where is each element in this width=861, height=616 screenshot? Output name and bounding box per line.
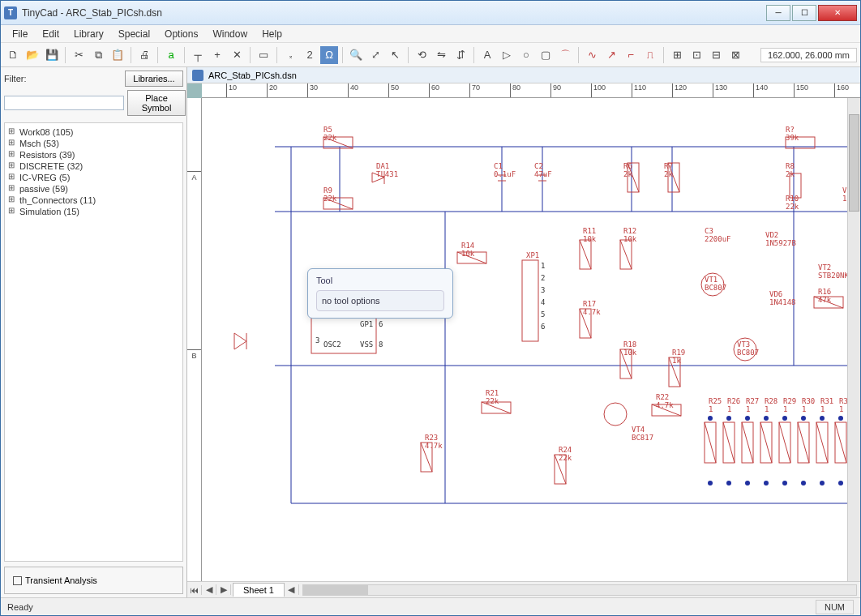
mirror-icon[interactable]: ⇋ [432,46,450,64]
omega-icon[interactable]: Ω [320,46,338,64]
open-icon[interactable]: 📂 [24,46,41,64]
component-label[interactable]: VT1BC807 [705,276,726,293]
component-label[interactable]: R261 [727,398,740,414]
component-label[interactable]: R1022k [786,195,799,212]
menu-special[interactable]: Special [112,27,156,41]
place-symbol-button[interactable]: Place Symbol [127,90,186,116]
component-label[interactable]: R281 [765,398,777,414]
menu-options[interactable]: Options [158,27,204,41]
component-label[interactable]: R301 [802,398,815,414]
tree-item[interactable]: Simulation (15) [8,206,179,217]
pointer-icon[interactable]: ↖ [386,46,404,64]
tree-item[interactable]: Msch (53) [8,138,179,149]
component-label[interactable]: R72k [664,163,673,179]
menu-file[interactable]: File [6,27,34,41]
component-label[interactable]: R82k [786,163,795,179]
component-label[interactable]: R2422k [559,447,572,463]
horizontal-scrollbar[interactable] [302,584,857,596]
menu-help[interactable]: Help [255,27,289,41]
component-label[interactable]: R251 [709,398,722,414]
grid1-icon[interactable]: ⊞ [668,46,686,64]
component-label[interactable]: VD61N4148 [769,291,796,307]
tree-item[interactable]: DISCRETE (32) [8,160,179,172]
tool2-icon[interactable]: 2 [301,46,319,64]
grid2-icon[interactable]: ⊡ [688,46,705,64]
sheet-nav-prev[interactable]: ◀ [202,584,216,595]
component-label[interactable]: R2122k [486,390,499,406]
component-label[interactable]: DA1TL431 [376,163,398,179]
sheet-nav-next[interactable]: ▶ [216,584,231,595]
copy-icon[interactable]: ⧉ [89,46,107,64]
menu-edit[interactable]: Edit [36,27,66,41]
component-label[interactable]: C247uF [534,163,552,179]
arc-icon[interactable]: ⌒ [556,46,574,64]
text-icon[interactable]: A [478,46,496,64]
component-label[interactable]: R291 [783,398,796,414]
component-label[interactable]: R?39k [786,126,799,143]
component-label[interactable]: R1410k [461,242,474,259]
red1-icon[interactable]: ∿ [583,46,601,64]
zoomall-icon[interactable]: ⤢ [366,46,384,64]
menu-library[interactable]: Library [67,27,110,41]
component-label[interactable]: C10.1uF [494,163,516,179]
menu-window[interactable]: Window [206,27,254,41]
component-label[interactable]: R321 [839,398,847,414]
red2-icon[interactable]: ↗ [602,46,620,64]
tree-item[interactable]: Resistors (39) [8,149,179,160]
ruler-icon[interactable]: ▭ [255,46,272,64]
line-icon[interactable]: ▷ [498,46,516,64]
tree-item[interactable]: th_Connectors (11) [8,195,179,206]
zoom-icon[interactable]: 🔍 [347,46,365,64]
save-icon[interactable]: 💾 [43,46,61,64]
new-icon[interactable]: 🗋 [4,46,22,64]
minimize-button[interactable]: ─ [766,5,790,21]
rect-icon[interactable]: ▢ [537,46,555,64]
tree-item[interactable]: IC-VREG (5) [8,172,179,183]
rotate-icon[interactable]: ⟲ [413,46,430,64]
component-label[interactable]: R234.7k [425,434,443,451]
close-button[interactable]: ✕ [818,5,857,21]
component-label[interactable]: R271 [746,398,759,414]
junction-icon[interactable]: + [208,46,226,64]
filter-input[interactable] [4,96,124,110]
red3-icon[interactable]: ⌐ [622,46,640,64]
component-label[interactable]: VT3BC807 [737,341,759,357]
tool1-icon[interactable]: ⸼ [281,46,299,64]
component-label[interactable]: R1810k [623,341,636,357]
libraries-button[interactable]: Libraries... [125,71,183,87]
grid3-icon[interactable]: ⊟ [707,46,725,64]
component-label[interactable]: VD21N5927B [765,232,796,248]
component-label[interactable]: R522k [323,126,336,143]
schematic-canvas[interactable]: R522kR922kR?39kDA1TL431C10.1uFC247uFR62k… [202,98,847,581]
document-tab[interactable]: ARC_Stab_PICsh.dsn [187,67,860,83]
component-label[interactable]: R224.7k [656,394,674,410]
component-label[interactable]: R62k [623,163,632,179]
library-tree[interactable]: Work08 (105) Msch (53) Resistors (39) DI… [4,122,183,562]
component-label[interactable]: R191k [672,349,685,366]
sheet-tab[interactable]: Sheet 1 [233,583,285,597]
flip-icon[interactable]: ⇵ [452,46,469,64]
sheet-nav-split[interactable]: ◀ [285,584,299,595]
component-label[interactable]: R1210k [623,228,636,244]
component-label[interactable]: VT2STB20NK50Z [818,264,847,280]
component-label[interactable]: R1110k [583,228,596,244]
print-icon[interactable]: 🖨 [135,46,153,64]
wire-icon[interactable]: ┬ [189,46,207,64]
noconnect-icon[interactable]: ✕ [228,46,246,64]
component-label[interactable]: C32200uF [705,228,731,244]
text-a-icon[interactable]: a [162,46,180,64]
tree-item[interactable]: passive (59) [8,183,179,195]
component-label[interactable]: R311 [820,398,833,414]
component-label[interactable]: R174.7k [583,301,601,317]
component-label[interactable]: R922k [323,187,336,203]
component-label[interactable]: R1647k [818,289,831,305]
maximize-button[interactable]: ☐ [792,5,816,21]
vertical-scrollbar[interactable] [847,98,860,581]
cut-icon[interactable]: ✂ [70,46,88,64]
sheet-nav-first[interactable]: ⏮ [187,585,202,595]
circle-icon[interactable]: ○ [517,46,535,64]
tree-item[interactable]: Work08 (105) [8,126,179,138]
grid4-icon[interactable]: ⊠ [726,46,744,64]
paste-icon[interactable]: 📋 [109,46,126,64]
red4-icon[interactable]: ⎍ [641,46,659,64]
